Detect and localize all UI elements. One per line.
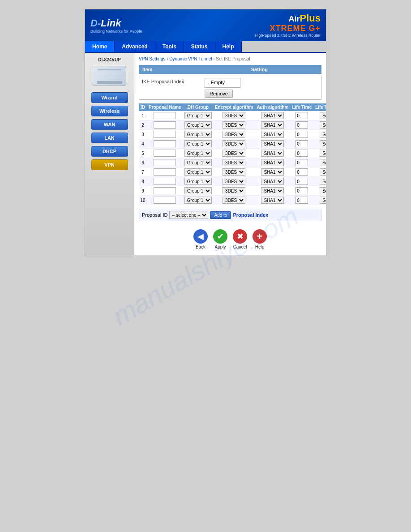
dh-group-select[interactable]: Group 1Group 2Group 5	[184, 150, 212, 157]
back-button[interactable]: ◀ Back	[193, 229, 208, 249]
lifetime-unit-select[interactable]: Sec.Min.Hour	[320, 168, 326, 176]
cancel-button[interactable]: ✖ Cancel	[233, 229, 247, 249]
lifetime-input[interactable]	[295, 121, 308, 129]
lifetime-unit-select[interactable]: Sec.Min.Hour	[320, 112, 326, 119]
breadcrumb-vpn-settings[interactable]: VPN Settings	[139, 56, 165, 61]
lifetime-unit-select[interactable]: Sec.Min.Hour	[320, 150, 326, 157]
lifetime-unit-select[interactable]: Sec.Min.Hour	[320, 178, 326, 185]
nav-tools[interactable]: Tools	[155, 41, 184, 52]
sidebar-btn-wizard[interactable]: Wizard	[91, 92, 128, 103]
apply-button[interactable]: ✔ Apply	[213, 229, 227, 249]
dh-group-select[interactable]: Group 1Group 2Group 5	[184, 131, 212, 138]
lifetime-unit-select[interactable]: Sec.Min.Hour	[320, 121, 326, 129]
table-row: 1Group 1Group 2Group 53DESDESAESSHA1MD5S…	[139, 111, 326, 120]
sidebar-btn-wan[interactable]: WAN	[91, 119, 128, 130]
lifetime-input[interactable]	[295, 131, 308, 138]
row-id: 3	[139, 130, 147, 139]
auth-alg-select[interactable]: SHA1MD5	[261, 150, 284, 157]
encrypt-alg-select[interactable]: 3DESDESAES	[223, 178, 245, 185]
table-row: 9Group 1Group 2Group 53DESDESAESSHA1MD5S…	[139, 186, 326, 196]
auth-alg-select[interactable]: SHA1MD5	[261, 159, 284, 166]
encrypt-alg-select[interactable]: 3DESDESAES	[223, 168, 245, 176]
nav-advanced[interactable]: Advanced	[115, 41, 155, 52]
lifetime-unit-select[interactable]: Sec.Min.Hour	[320, 140, 326, 147]
header: D-Link Building Networks for People AirP…	[85, 9, 326, 41]
breadcrumb-dynamic-vpn[interactable]: Dynamic VPN Tunnel	[169, 56, 212, 61]
proposal-name-input[interactable]	[154, 187, 176, 194]
encrypt-alg-select[interactable]: 3DESDESAES	[223, 159, 245, 166]
encrypt-alg-select[interactable]: 3DESDESAES	[223, 150, 245, 157]
navbar: Home Advanced Tools Status Help	[85, 41, 326, 53]
proposal-name-input[interactable]	[154, 150, 176, 157]
proposal-name-input[interactable]	[154, 168, 176, 176]
dh-group-select[interactable]: Group 1Group 2Group 5	[184, 140, 212, 147]
proposal-name-input[interactable]	[154, 131, 176, 138]
sidebar-btn-wireless[interactable]: Wireless	[91, 106, 128, 116]
lifetime-input[interactable]	[295, 187, 308, 194]
proposal-name-input[interactable]	[154, 178, 176, 185]
nav-status[interactable]: Status	[184, 41, 215, 52]
lifetime-input[interactable]	[295, 112, 308, 119]
dh-group-select[interactable]: Group 1Group 2Group 5	[184, 197, 212, 204]
dh-group-select[interactable]: Group 1Group 2Group 5	[184, 112, 212, 119]
row-id: 10	[139, 196, 147, 205]
lifetime-input[interactable]	[295, 140, 308, 147]
encrypt-alg-select[interactable]: 3DESDESAES	[223, 131, 245, 138]
dh-group-select[interactable]: Group 1Group 2Group 5	[184, 187, 212, 194]
proposal-name-input[interactable]	[154, 140, 176, 147]
encrypt-alg-select[interactable]: 3DESDESAES	[223, 112, 245, 119]
nav-home[interactable]: Home	[85, 41, 115, 52]
table-row: 7Group 1Group 2Group 53DESDESAESSHA1MD5S…	[139, 167, 326, 177]
lifetime-unit-select[interactable]: Sec.Min.Hour	[320, 197, 326, 204]
sidebar-btn-vpn[interactable]: VPN	[91, 159, 128, 170]
dh-group-select[interactable]: Group 1Group 2Group 5	[184, 168, 212, 176]
proposal-id-select[interactable]: -- select one --	[169, 211, 208, 219]
lifetime-input[interactable]	[295, 178, 308, 185]
auth-alg-select[interactable]: SHA1MD5	[261, 121, 284, 129]
sidebar-btn-dhcp[interactable]: DHCP	[91, 146, 128, 157]
auth-alg-select[interactable]: SHA1MD5	[261, 178, 284, 185]
dh-group-select[interactable]: Group 1Group 2Group 5	[184, 159, 212, 166]
auth-alg-select[interactable]: SHA1MD5	[261, 131, 284, 138]
section-header: Item Setting	[139, 65, 321, 74]
main-container: D-Link Building Networks for People AirP…	[85, 9, 326, 255]
ike-empty-display: - Empty -	[205, 78, 240, 88]
lifetime-unit-select[interactable]: Sec.Min.Hour	[320, 131, 326, 138]
auth-alg-select[interactable]: SHA1MD5	[261, 140, 284, 147]
help-button[interactable]: + Help	[253, 229, 267, 249]
auth-alg-select[interactable]: SHA1MD5	[261, 112, 284, 119]
proposal-name-input[interactable]	[154, 197, 176, 204]
encrypt-alg-select[interactable]: 3DESDESAES	[223, 187, 245, 194]
table-row: 6Group 1Group 2Group 53DESDESAESSHA1MD5S…	[139, 158, 326, 167]
sidebar-btn-lan[interactable]: LAN	[91, 133, 128, 143]
lifetime-input[interactable]	[295, 159, 308, 166]
auth-alg-select[interactable]: SHA1MD5	[261, 168, 284, 176]
proposal-name-input[interactable]	[154, 112, 176, 119]
remove-button[interactable]: Remove	[205, 90, 233, 98]
row-id: 2	[139, 120, 147, 130]
encrypt-alg-select[interactable]: 3DESDESAES	[223, 140, 245, 147]
lifetime-unit-select[interactable]: Sec.Min.Hour	[320, 159, 326, 166]
lifetime-unit-select[interactable]: Sec.Min.Hour	[320, 187, 326, 194]
encrypt-alg-select[interactable]: 3DESDESAES	[223, 121, 245, 129]
add-to-button[interactable]: Add to	[210, 211, 231, 219]
breadcrumb: VPN Settings › Dynamic VPN Tunnel › Set …	[139, 56, 321, 61]
th-lifetime-unit: Life Time Unit	[313, 103, 326, 111]
lifetime-input[interactable]	[295, 168, 308, 176]
col-item-label: Item	[142, 67, 201, 72]
ike-proposal-row: IKE Proposal Index - Empty - Remove	[139, 76, 321, 99]
dh-group-select[interactable]: Group 1Group 2Group 5	[184, 178, 212, 185]
encrypt-alg-select[interactable]: 3DESDESAES	[223, 197, 245, 204]
table-row: 4Group 1Group 2Group 53DESDESAESSHA1MD5S…	[139, 139, 326, 149]
nav-help[interactable]: Help	[215, 41, 242, 52]
proposal-name-input[interactable]	[154, 121, 176, 129]
lifetime-input[interactable]	[295, 197, 308, 204]
row-id: 7	[139, 167, 147, 177]
auth-alg-select[interactable]: SHA1MD5	[261, 197, 284, 204]
breadcrumb-set-ike: Set IKE Proposal	[216, 56, 250, 61]
lifetime-input[interactable]	[295, 150, 308, 157]
table-row: 2Group 1Group 2Group 53DESDESAESSHA1MD5S…	[139, 120, 326, 130]
dh-group-select[interactable]: Group 1Group 2Group 5	[184, 121, 212, 129]
proposal-name-input[interactable]	[154, 159, 176, 166]
auth-alg-select[interactable]: SHA1MD5	[261, 187, 284, 194]
